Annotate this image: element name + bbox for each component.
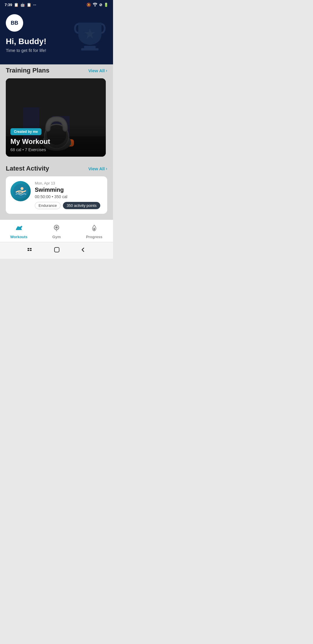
- activity-stats: 00:50:00 • 350 cal: [35, 194, 103, 199]
- latest-activity-view-all[interactable]: View All ›: [88, 166, 107, 171]
- android-home-btn[interactable]: [53, 246, 60, 255]
- svg-point-15: [21, 187, 23, 190]
- status-left: 7:39 📋 🤖 📋 ···: [5, 3, 36, 7]
- sim-icon: 📋: [14, 3, 19, 7]
- bottom-nav: Workouts Gym Progress: [0, 220, 113, 242]
- android-icon: 🤖: [20, 3, 25, 7]
- created-by-badge: Created by me: [10, 128, 41, 135]
- android-nav-bar: [0, 242, 113, 259]
- battery-icon: 🔋: [104, 3, 108, 7]
- svg-point-0: [94, 5, 96, 6]
- svg-rect-22: [54, 247, 59, 252]
- chevron-right-icon-2: ›: [106, 166, 107, 171]
- activity-info: Mon, Apr 13 Swimming 00:50:00 • 350 cal …: [35, 181, 103, 209]
- plan-name: My Workout: [10, 138, 101, 146]
- latest-activity-section: Latest Activity View All ›: [0, 165, 113, 220]
- latest-activity-title: Latest Activity: [6, 165, 49, 172]
- progress-icon: [90, 224, 98, 233]
- status-time: 7:39: [5, 3, 12, 7]
- wifi-icon: [92, 2, 98, 7]
- gym-icon: [52, 224, 61, 233]
- trophy-icon: [72, 18, 107, 54]
- svg-rect-1: [84, 46, 96, 48]
- clipboard-icon: 📋: [27, 3, 31, 7]
- training-plans-header: Training Plans View All ›: [0, 67, 113, 74]
- nav-workouts[interactable]: Workouts: [7, 224, 30, 239]
- status-bar: 7:39 📋 🤖 📋 ··· 🔕 ⊘ 🔋: [0, 0, 113, 10]
- svg-rect-20: [28, 250, 29, 251]
- svg-rect-21: [30, 250, 32, 251]
- no-disturb-icon: ⊘: [99, 3, 102, 7]
- nav-gym[interactable]: Gym: [45, 224, 68, 239]
- svg-rect-19: [30, 248, 32, 249]
- mute-icon: 🔕: [86, 3, 91, 7]
- gym-nav-label: Gym: [52, 235, 61, 239]
- workouts-nav-label: Workouts: [10, 235, 28, 239]
- nav-progress[interactable]: Progress: [83, 224, 106, 239]
- activity-tags: Endurance 350 activity points: [35, 202, 103, 209]
- plan-card[interactable]: Created by me My Workout 68 cal • 7 Exer…: [6, 78, 106, 157]
- activity-card[interactable]: Mon, Apr 13 Swimming 00:50:00 • 350 cal …: [6, 176, 107, 214]
- activity-thumbnail: [10, 181, 31, 201]
- activity-name: Swimming: [35, 187, 103, 193]
- plan-card-image: Created by me My Workout 68 cal • 7 Exer…: [6, 78, 106, 157]
- endurance-tag: Endurance: [35, 202, 61, 209]
- android-menu-btn[interactable]: [27, 247, 34, 254]
- progress-nav-label: Progress: [86, 235, 102, 239]
- header: BB Hi, Buddy! Time to get fit for life!: [0, 10, 113, 64]
- workouts-icon: [15, 224, 23, 233]
- points-tag: 350 activity points: [63, 202, 100, 209]
- main-content: Training Plans View All ›: [0, 60, 113, 220]
- android-back-btn[interactable]: [80, 247, 86, 254]
- avatar: BB: [6, 14, 23, 32]
- svg-rect-2: [81, 48, 99, 50]
- status-right: 🔕 ⊘ 🔋: [86, 2, 108, 7]
- latest-activity-header: Latest Activity View All ›: [0, 165, 113, 172]
- plan-card-overlay: Created by me My Workout 68 cal • 7 Exer…: [6, 124, 106, 157]
- training-plans-section: Training Plans View All ›: [0, 67, 113, 157]
- chevron-right-icon: ›: [106, 68, 107, 73]
- training-plans-view-all[interactable]: View All ›: [88, 68, 107, 73]
- svg-rect-18: [28, 248, 29, 249]
- plan-meta: 68 cal • 7 Exercises: [10, 147, 101, 152]
- svg-point-17: [55, 226, 58, 229]
- activity-date: Mon, Apr 13: [35, 181, 103, 185]
- training-plans-title: Training Plans: [6, 67, 49, 74]
- more-icon: ···: [33, 3, 36, 7]
